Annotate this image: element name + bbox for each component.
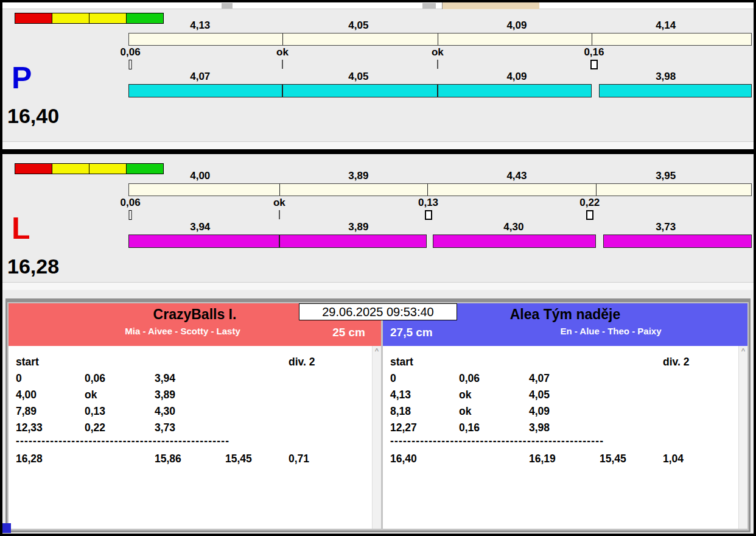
timing-track: 4,134,054,094,140,06okok0,164,074,054,09…	[128, 9, 752, 149]
table-cell: 3,73	[155, 421, 175, 434]
table-cell: 16,19	[529, 453, 556, 465]
toolbar-remnant	[2, 2, 754, 9]
crossing-value-label: 0,22	[579, 197, 600, 209]
lane-time-bar	[128, 84, 752, 97]
lane-bar-segment	[438, 84, 592, 97]
menu-remnant	[422, 3, 436, 9]
team-panel-left: CrazyBalls I.Mia - Aivee - Scotty - Last…	[9, 303, 381, 529]
table-cell: 16,40	[390, 453, 417, 465]
corner-indicator	[2, 523, 11, 533]
table-cell: 4,30	[155, 405, 175, 418]
reference-bar	[128, 33, 752, 46]
lane-bar-segment	[282, 84, 438, 97]
split-time-label: 3,98	[656, 71, 676, 83]
lane-total-time: 16,28	[7, 256, 59, 277]
table-cell: 15,45	[600, 453, 626, 465]
split-time-label: 4,09	[506, 71, 527, 83]
crossing-mark-box	[425, 210, 432, 220]
table-cell: ok	[85, 389, 97, 401]
table-cell: ok	[459, 389, 471, 401]
team-results-table: startdiv. 200,064,074,13ok4,058,18ok4,09…	[383, 346, 747, 529]
lane-divider	[2, 149, 754, 154]
bar-divider	[279, 184, 280, 196]
team-members: En - Alue - Theo - Paixy	[383, 326, 747, 336]
table-cell: 12,33	[16, 421, 43, 434]
table-cell: start	[390, 356, 413, 368]
bar-divider	[592, 34, 592, 45]
table-cell: ----------------------------------------…	[16, 435, 229, 448]
crossing-mark-box	[586, 210, 593, 220]
table-cell: div. 2	[289, 356, 315, 368]
crossing-value-label: 0,13	[418, 197, 438, 209]
crossing-mark-tick	[279, 210, 280, 219]
table-cell: ----------------------------------------…	[390, 435, 604, 448]
table-cell: 0,06	[85, 372, 105, 385]
table-cell: start	[16, 356, 39, 368]
crossing-value-label: ok	[432, 46, 444, 58]
table-cell: 0,22	[85, 421, 105, 434]
lane-footer-strip	[2, 282, 754, 290]
split-time-label: 3,73	[656, 221, 676, 233]
table-scrollbar[interactable]: ^	[738, 346, 747, 529]
table-cell: 12,27	[390, 421, 417, 434]
split-time-label: 4,00	[190, 170, 210, 182]
table-cell: 7,89	[16, 405, 37, 418]
table-cell: 4,00	[16, 389, 37, 401]
table-cell: 0	[16, 372, 22, 385]
table-cell: 0,06	[459, 372, 480, 385]
split-time-label: 4,05	[348, 19, 368, 32]
bar-divider	[427, 184, 428, 196]
table-cell: ok	[459, 405, 471, 418]
split-time-label: 4,09	[506, 19, 527, 32]
scoreboard-panel: CrazyBalls I.Mia - Aivee - Scotty - Last…	[5, 298, 751, 532]
table-cell: 3,94	[155, 372, 175, 385]
crossing-value-label: 0,06	[121, 197, 141, 209]
crossing-mark-tick	[437, 60, 438, 69]
lane-time-bar	[128, 234, 752, 248]
scroll-up-icon[interactable]: ^	[739, 347, 747, 354]
lane-letter: P	[12, 63, 32, 93]
table-cell: 15,86	[155, 453, 181, 465]
table-cell: div. 2	[663, 356, 689, 368]
table-cell: 3,98	[529, 421, 550, 434]
lane-bar-segment	[599, 84, 752, 97]
table-cell: 4,09	[529, 405, 550, 418]
lane-bar-segment	[279, 234, 427, 248]
table-cell: 16,28	[16, 453, 43, 465]
split-time-label: 3,89	[348, 221, 368, 233]
team-members: Mia - Aivee - Scotty - Lasty	[9, 326, 381, 336]
lane-section-l: 4,003,894,433,950,06ok0,130,223,943,894,…	[2, 160, 754, 290]
crossing-mark-narrow	[129, 60, 132, 69]
table-cell: 3,89	[155, 389, 175, 401]
lane-letter: L	[12, 213, 30, 244]
lane-footer-strip	[2, 141, 754, 149]
lane-section-p: 4,134,054,094,140,06okok0,164,074,054,09…	[2, 9, 754, 149]
split-time-label: 4,07	[190, 71, 210, 83]
menu-remnant	[222, 3, 233, 9]
jump-height-label: 25 cm	[332, 326, 365, 339]
lane-bar-segment	[128, 84, 282, 97]
reference-bar	[128, 183, 752, 196]
indicator-segment	[52, 163, 89, 174]
split-time-label: 4,30	[503, 221, 523, 233]
split-time-label: 4,13	[190, 19, 210, 32]
table-scrollbar[interactable]: ^	[372, 346, 381, 529]
table-cell: 4,05	[529, 389, 550, 401]
crossing-mark-tick	[282, 60, 283, 69]
indicator-segment	[89, 163, 127, 174]
table-cell: 15,45	[225, 453, 252, 465]
bar-divider	[596, 184, 597, 196]
table-cell: 0	[390, 372, 396, 385]
lane-total-time: 16,40	[7, 105, 59, 126]
lane-bar-segment	[603, 234, 752, 248]
table-cell: 0,71	[289, 453, 309, 465]
split-time-label: 4,05	[348, 71, 368, 83]
split-time-label: 4,14	[656, 19, 676, 32]
bar-divider	[282, 34, 283, 45]
crossing-value-label: ok	[276, 46, 289, 58]
table-cell: 1,04	[663, 453, 684, 465]
toolbar-button-remnant[interactable]	[442, 2, 539, 9]
indicator-segment	[15, 163, 52, 174]
indicator-segment	[52, 13, 89, 24]
scroll-up-icon[interactable]: ^	[373, 347, 381, 354]
